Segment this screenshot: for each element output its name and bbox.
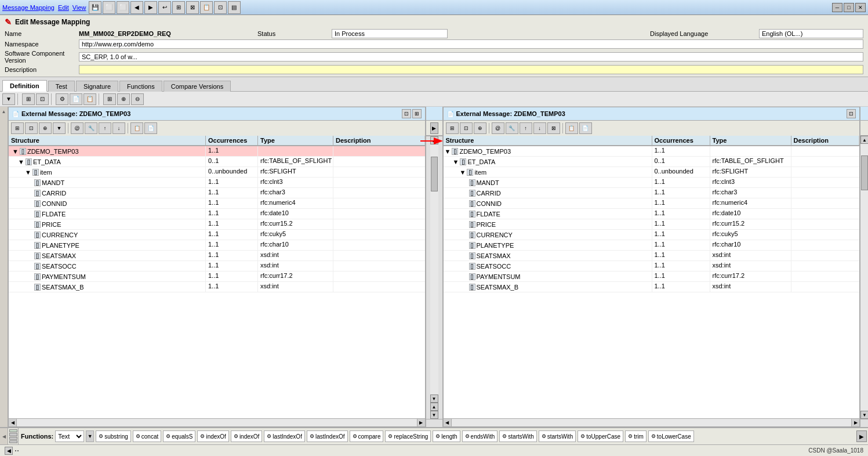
- toolbar-fwd-icon[interactable]: ▶: [144, 1, 157, 14]
- status-collapse-btn[interactable]: ◀: [5, 447, 13, 455]
- toolbar-doc-btn[interactable]: 📄: [70, 93, 82, 105]
- right-row-9[interactable]: [] PLANETYPE 1..1 rfc:char10: [444, 240, 860, 251]
- menu-message-mapping[interactable]: Message Mapping: [2, 4, 55, 11]
- rpt-btn1[interactable]: ⊞: [446, 122, 459, 134]
- left-row-12[interactable]: [] PAYMENTSUM 1..1 rfc:curr17.2: [9, 272, 425, 282]
- left-row-7[interactable]: [] PRICE 1..1 rfc:curr15.2: [9, 219, 425, 230]
- toolbar-dropdown-btn[interactable]: ▼: [2, 93, 15, 105]
- right-row-6[interactable]: [] FLDATE 1..1 rfc:date10: [444, 209, 860, 219]
- left-row-13[interactable]: [] SEATSMAX_B 1..1 xsd:int: [9, 282, 425, 292]
- toolbar-icon-7[interactable]: ⊞: [172, 1, 185, 14]
- lpt-btn3[interactable]: ⊕: [39, 122, 52, 134]
- left-hscroll[interactable]: ◀ ▶: [8, 419, 426, 427]
- left-sidebar-icon-1[interactable]: [9, 429, 17, 432]
- functions-select-btn[interactable]: ▼: [86, 430, 94, 442]
- right-hscroll[interactable]: ◀ ▶: [443, 419, 860, 427]
- left-sidebar-icon-4[interactable]: [9, 440, 17, 443]
- toolbar-back-icon[interactable]: ◀: [130, 1, 143, 14]
- rpt-btn8[interactable]: ⊠: [547, 122, 560, 134]
- maximize-button[interactable]: □: [844, 3, 854, 12]
- right-tree-table[interactable]: Structure Occurrences Type Description ▼…: [443, 136, 860, 419]
- func-endswith-btn[interactable]: ⚙ endsWith: [462, 430, 498, 442]
- func-startswith1-btn[interactable]: ⚙ startsWith: [499, 430, 536, 442]
- left-row-0[interactable]: ▼ [] ZDEMO_TEMP03 1..1: [9, 146, 425, 157]
- func-replacestring-btn[interactable]: ⚙ replaceString: [385, 430, 431, 442]
- func-tolowercase-btn[interactable]: ⚙ toLowerCase: [648, 430, 694, 442]
- left-vscroll[interactable]: ▲ ▼ ▲ ▼: [426, 136, 442, 419]
- tab-functions[interactable]: Functions: [119, 81, 162, 92]
- left-row-9[interactable]: [] PLANETYPE 1..1 rfc:char10: [9, 240, 425, 251]
- toolbar-plus-btn[interactable]: ⊕: [117, 93, 130, 105]
- lpt-btn2[interactable]: ⊡: [25, 122, 38, 134]
- lpt-btn6[interactable]: 🔧: [85, 122, 97, 134]
- left-panel-collapse-btn[interactable]: ⊞: [412, 109, 422, 118]
- func-startswith2-btn[interactable]: ⚙ startsWith: [539, 430, 576, 442]
- right-row-10[interactable]: [] SEATSMAX 1..1 xsd:int: [444, 251, 860, 261]
- left-row-5[interactable]: [] CONNID 1..1 rfc:numeric4: [9, 198, 425, 209]
- menu-view[interactable]: View: [72, 4, 86, 11]
- func-indexof2-btn[interactable]: ⚙ indexOf: [231, 430, 262, 442]
- left-sidebar-icon-3[interactable]: [9, 437, 17, 440]
- rpt-btn3[interactable]: ⊕: [474, 122, 486, 134]
- left-row-3[interactable]: [] MANDT 1..1 rfc:clnt3: [9, 178, 425, 188]
- left-row-4[interactable]: [] CARRID 1..1 rfc:char3: [9, 188, 425, 198]
- lpt-btn7[interactable]: ↑: [99, 122, 111, 134]
- left-row-11[interactable]: [] SEATSOCC 1..1 xsd:int: [9, 261, 425, 272]
- middle-expand-btn[interactable]: ▶: [430, 122, 438, 134]
- toolbar-minus-btn[interactable]: ⊖: [131, 93, 144, 105]
- toolbar-grid2-btn[interactable]: ⊡: [36, 93, 49, 105]
- left-row-1[interactable]: ▼ [] ET_DATA 0..1 rfc:TABLE_OF_SFLIGHT: [9, 157, 425, 167]
- lpt-btn10[interactable]: 📄: [144, 122, 157, 134]
- rpt-btn5[interactable]: 🔧: [506, 122, 518, 134]
- func-lastindexof2-btn[interactable]: ⚙ lastIndexOf: [307, 430, 348, 442]
- tab-signature[interactable]: Signature: [76, 81, 118, 92]
- func-lastindexof1-btn[interactable]: ⚙ lastIndexOf: [264, 430, 305, 442]
- left-row-6[interactable]: [] FLDATE 1..1 rfc:date10: [9, 209, 425, 219]
- right-row-5[interactable]: [] CONNID 1..1 rfc:numeric4: [444, 198, 860, 209]
- func-substring-btn[interactable]: ⚙ substring: [96, 430, 131, 442]
- rpt-btn9[interactable]: 📋: [565, 122, 578, 134]
- right-row-2[interactable]: ▼ [] item 0..unbounded rfc:SFLIGHT: [444, 167, 860, 178]
- expand-functions-btn[interactable]: ▶: [856, 430, 867, 442]
- func-compare-btn[interactable]: ⚙ compare: [350, 430, 384, 442]
- minimize-button[interactable]: ─: [832, 3, 842, 12]
- left-panel-expand-btn[interactable]: ⊡: [402, 109, 411, 118]
- toolbar-icon-10[interactable]: ⊡: [214, 1, 227, 14]
- right-row-4[interactable]: [] CARRID 1..1 rfc:char3: [444, 188, 860, 198]
- toolbar-doc2-btn[interactable]: 📋: [83, 93, 96, 105]
- right-vscroll[interactable]: ▲ ▼: [860, 107, 868, 427]
- tab-test[interactable]: Test: [48, 81, 75, 92]
- toolbar-icon-9[interactable]: 📋: [200, 1, 213, 14]
- right-row-11[interactable]: [] SEATSOCC 1..1 xsd:int: [444, 261, 860, 272]
- toolbar-grid-btn[interactable]: ⊞: [22, 93, 35, 105]
- func-trim-btn[interactable]: ⚙ trim: [625, 430, 647, 442]
- right-row-0[interactable]: ▼ [] ZDEMO_TEMP03 1..1: [444, 146, 860, 157]
- tab-compare-versions[interactable]: Compare Versions: [164, 81, 231, 92]
- left-tree-table[interactable]: Structure Occurrences Type Description ▼…: [8, 136, 426, 419]
- right-row-1[interactable]: ▼ [] ET_DATA 0..1 rfc:TABLE_OF_SFLIGHT: [444, 157, 860, 167]
- rpt-btn10[interactable]: 📄: [579, 122, 592, 134]
- lpt-btn1[interactable]: ⊞: [11, 122, 24, 134]
- lpt-btn9[interactable]: 📋: [130, 122, 143, 134]
- rpt-btn6[interactable]: ↑: [520, 122, 532, 134]
- left-row-2[interactable]: ▼ [] item 0..unbounded rfc:SFLIGHT: [9, 167, 425, 178]
- rpt-btn4[interactable]: @: [492, 122, 504, 134]
- right-panel-expand-btn[interactable]: ⊡: [847, 109, 856, 118]
- func-indexof1-btn[interactable]: ⚙ indexOf: [197, 430, 228, 442]
- functions-type-select[interactable]: Text: [55, 430, 84, 442]
- lpt-btn5[interactable]: @: [71, 122, 83, 134]
- toolbar-save-icon[interactable]: 💾: [89, 1, 101, 14]
- toolbar-gear-btn[interactable]: ⚙: [56, 93, 68, 105]
- right-row-8[interactable]: [] CURRENCY 1..1 rfc:cuky5: [444, 230, 860, 240]
- func-concat-btn[interactable]: ⚙ concat: [133, 430, 161, 442]
- left-row-10[interactable]: [] SEATSMAX 1..1 xsd:int: [9, 251, 425, 261]
- tab-definition[interactable]: Definition: [2, 80, 47, 92]
- right-row-13[interactable]: [] SEATSMAX_B 1..1 xsd:int: [444, 282, 860, 292]
- left-row-8[interactable]: [] CURRENCY 1..1 rfc:cuky5: [9, 230, 425, 240]
- rpt-btn7[interactable]: ↓: [533, 122, 546, 134]
- rpt-btn2[interactable]: ⊡: [460, 122, 473, 134]
- close-button[interactable]: ✕: [855, 3, 866, 12]
- right-row-12[interactable]: [] PAYMENTSUM 1..1 rfc:curr17.2: [444, 272, 860, 282]
- func-equals-btn[interactable]: ⚙ equalsS: [163, 430, 195, 442]
- toolbar-icon-11[interactable]: ▤: [228, 1, 241, 14]
